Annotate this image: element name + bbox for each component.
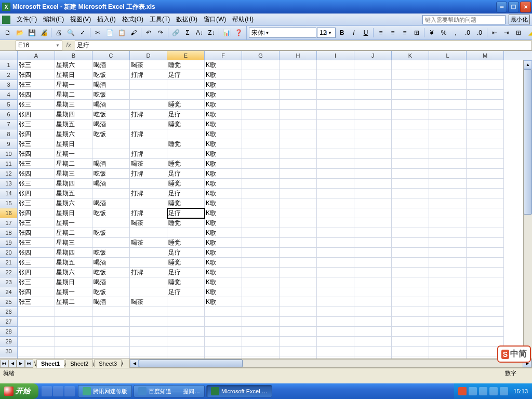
row-header[interactable]: 29 <box>0 337 18 347</box>
cell-M7[interactable] <box>467 119 504 129</box>
cell-A19[interactable]: 张三 <box>18 238 55 248</box>
cell-K20[interactable] <box>392 248 429 258</box>
cell-D11[interactable]: 喝茶 <box>130 159 167 169</box>
cell-J19[interactable] <box>354 238 392 248</box>
cell-F5[interactable]: K歌 <box>205 100 242 110</box>
formula-input[interactable]: 足疗 <box>75 41 532 50</box>
cell-J4[interactable] <box>354 90 392 100</box>
cell-B28[interactable] <box>55 327 92 337</box>
cell-D20[interactable] <box>130 248 167 258</box>
cell-D15[interactable] <box>130 198 167 208</box>
cell-L12[interactable] <box>429 169 467 179</box>
row-header[interactable]: 24 <box>0 287 18 297</box>
row-header[interactable]: 25 <box>0 297 18 307</box>
menu-insert[interactable]: 插入(I) <box>94 14 118 25</box>
cell-H17[interactable] <box>280 218 317 228</box>
cell-D7[interactable] <box>130 119 167 129</box>
cell-J16[interactable] <box>354 208 392 218</box>
cell-I29[interactable] <box>317 337 354 347</box>
cell-I18[interactable] <box>317 228 354 238</box>
cell-F4[interactable]: K歌 <box>205 90 242 100</box>
cell-I10[interactable] <box>317 149 354 159</box>
tab-prev-button[interactable]: ◀ <box>8 360 17 368</box>
row-header[interactable]: 5 <box>0 100 18 110</box>
cell-A11[interactable]: 张三 <box>18 159 55 169</box>
cell-F20[interactable]: K歌 <box>205 248 242 258</box>
cell-L1[interactable] <box>429 60 467 70</box>
bold-button[interactable]: B <box>336 27 348 38</box>
cell-H8[interactable] <box>280 129 317 139</box>
column-header-D[interactable]: D <box>130 51 167 60</box>
cell-D27[interactable] <box>130 317 167 327</box>
cell-H11[interactable] <box>280 159 317 169</box>
cell-C7[interactable]: 喝酒 <box>92 119 130 129</box>
cell-E25[interactable] <box>167 297 205 307</box>
cell-E2[interactable]: 足疗 <box>167 70 205 80</box>
cell-I24[interactable] <box>317 287 354 297</box>
cell-J12[interactable] <box>354 169 392 179</box>
cell-H5[interactable] <box>280 100 317 110</box>
cell-A28[interactable] <box>18 327 55 337</box>
align-center-button[interactable]: ≡ <box>387 27 398 38</box>
permission-button[interactable]: 🔏 <box>38 27 49 38</box>
cell-G30[interactable] <box>242 347 280 356</box>
open-button[interactable]: 📂 <box>14 27 25 38</box>
cell-K27[interactable] <box>392 317 429 327</box>
cell-H16[interactable] <box>280 208 317 218</box>
cell-B4[interactable]: 星期二 <box>55 90 92 100</box>
cell-G14[interactable] <box>242 189 280 198</box>
column-header-B[interactable]: B <box>55 51 92 60</box>
row-header[interactable]: 19 <box>0 238 18 248</box>
cell-C18[interactable]: 吃饭 <box>92 228 130 238</box>
cell-E1[interactable]: 睡觉 <box>167 60 205 70</box>
cell-D4[interactable] <box>130 90 167 100</box>
row-header[interactable]: 18 <box>0 228 18 238</box>
cell-L7[interactable] <box>429 119 467 129</box>
cell-C28[interactable] <box>92 327 130 337</box>
cell-B21[interactable]: 星期五 <box>55 258 92 268</box>
cell-J8[interactable] <box>354 129 392 139</box>
cell-C27[interactable] <box>92 317 130 327</box>
cell-L6[interactable] <box>429 110 467 119</box>
increase-indent-button[interactable]: ⇥ <box>501 27 512 38</box>
cell-M1[interactable] <box>467 60 504 70</box>
cell-L15[interactable] <box>429 198 467 208</box>
cell-G20[interactable] <box>242 248 280 258</box>
cell-D5[interactable] <box>130 100 167 110</box>
cell-C1[interactable]: 喝酒 <box>92 60 130 70</box>
cell-A10[interactable]: 张四 <box>18 149 55 159</box>
cell-D23[interactable] <box>130 277 167 287</box>
vertical-scrollbar[interactable]: ▲ ▼ <box>523 60 532 378</box>
cell-B26[interactable] <box>55 307 92 317</box>
cell-A1[interactable]: 张三 <box>18 60 55 70</box>
cell-H12[interactable] <box>280 169 317 179</box>
cell-A24[interactable]: 张四 <box>18 287 55 297</box>
cell-D17[interactable]: 喝茶 <box>130 218 167 228</box>
cell-B10[interactable]: 星期一 <box>55 149 92 159</box>
percent-button[interactable]: % <box>438 27 449 38</box>
cell-K24[interactable] <box>392 287 429 297</box>
cell-F6[interactable]: K歌 <box>205 110 242 119</box>
cell-F13[interactable]: K歌 <box>205 179 242 189</box>
cell-F11[interactable]: K歌 <box>205 159 242 169</box>
scroll-up-arrow-icon[interactable]: ▲ <box>524 60 532 69</box>
cell-G28[interactable] <box>242 327 280 337</box>
cell-F10[interactable]: K歌 <box>205 149 242 159</box>
cell-C16[interactable]: 吃饭 <box>92 208 130 218</box>
row-header[interactable]: 27 <box>0 317 18 327</box>
cell-K13[interactable] <box>392 179 429 189</box>
cell-C11[interactable]: 喝酒 <box>92 159 130 169</box>
cut-button[interactable]: ✂ <box>92 27 103 38</box>
cell-I15[interactable] <box>317 198 354 208</box>
cell-E16[interactable]: 足疗 <box>167 208 205 218</box>
cell-D18[interactable] <box>130 228 167 238</box>
tab-last-button[interactable]: ⏭ <box>25 360 33 368</box>
cell-I7[interactable] <box>317 119 354 129</box>
cell-F17[interactable]: K歌 <box>205 218 242 228</box>
cell-A7[interactable]: 张三 <box>18 119 55 129</box>
cell-B16[interactable]: 星期日 <box>55 208 92 218</box>
tray-icon[interactable] <box>469 387 477 395</box>
cell-D25[interactable]: 喝茶 <box>130 297 167 307</box>
cell-G27[interactable] <box>242 317 280 327</box>
cell-C4[interactable]: 吃饭 <box>92 90 130 100</box>
